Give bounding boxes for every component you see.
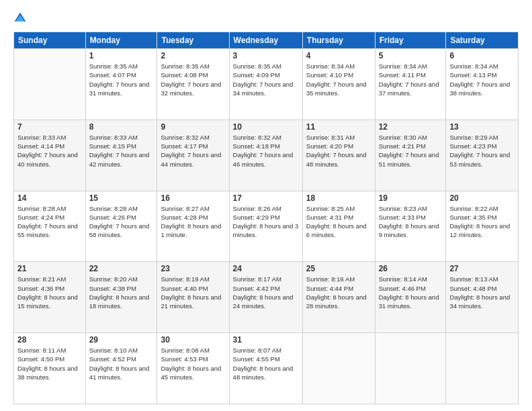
sunrise-text: Sunrise: 8:28 AM xyxy=(89,204,154,213)
day-number: 6 xyxy=(449,51,515,60)
day-info: Sunrise: 8:32 AMSunset: 4:18 PMDaylight:… xyxy=(233,133,299,169)
daylight-text: Daylight: 8 hours and 41 minutes. xyxy=(89,364,154,382)
sunset-text: Sunset: 4:48 PM xyxy=(449,284,515,293)
sunset-text: Sunset: 4:38 PM xyxy=(89,284,154,293)
daylight-text: Daylight: 7 hours and 38 minutes. xyxy=(449,80,515,98)
sunset-text: Sunset: 4:33 PM xyxy=(379,213,443,222)
sunrise-text: Sunrise: 8:16 AM xyxy=(306,275,371,283)
sunrise-text: Sunrise: 8:32 AM xyxy=(233,133,299,142)
calendar-cell: 16Sunrise: 8:27 AMSunset: 4:28 PMDayligh… xyxy=(157,191,229,262)
day-info: Sunrise: 8:33 AMSunset: 4:15 PMDaylight:… xyxy=(89,133,154,169)
day-info: Sunrise: 8:13 AMSunset: 4:48 PMDaylight:… xyxy=(449,275,515,310)
day-number: 5 xyxy=(379,51,443,60)
sunrise-text: Sunrise: 8:27 AM xyxy=(161,204,225,213)
calendar-cell: 4Sunrise: 8:34 AMSunset: 4:10 PMDaylight… xyxy=(302,49,375,120)
day-info: Sunrise: 8:10 AMSunset: 4:52 PMDaylight:… xyxy=(89,346,154,381)
calendar-cell: 21Sunrise: 8:21 AMSunset: 4:36 PMDayligh… xyxy=(14,262,86,333)
day-info: Sunrise: 8:19 AMSunset: 4:40 PMDaylight:… xyxy=(161,275,225,310)
day-number: 14 xyxy=(17,193,82,203)
header xyxy=(13,11,519,25)
daylight-text: Daylight: 7 hours and 58 minutes. xyxy=(89,222,154,240)
calendar-cell: 2Sunrise: 8:35 AMSunset: 4:08 PMDaylight… xyxy=(157,49,229,120)
day-number: 19 xyxy=(379,193,443,203)
weekday-header-sunday: Sunday xyxy=(14,32,86,49)
sunrise-text: Sunrise: 8:33 AM xyxy=(89,133,154,142)
sunset-text: Sunset: 4:23 PM xyxy=(449,142,515,150)
calendar-cell: 28Sunrise: 8:11 AMSunset: 4:50 PMDayligh… xyxy=(14,333,86,404)
weekday-header-thursday: Thursday xyxy=(302,32,375,49)
sunset-text: Sunset: 4:53 PM xyxy=(161,355,225,363)
daylight-text: Daylight: 8 hours and 3 minutes. xyxy=(233,222,299,240)
day-info: Sunrise: 8:14 AMSunset: 4:46 PMDaylight:… xyxy=(379,275,443,310)
day-number: 25 xyxy=(306,264,371,273)
sunrise-text: Sunrise: 8:30 AM xyxy=(379,133,443,142)
sunrise-text: Sunrise: 8:19 AM xyxy=(161,275,225,283)
day-info: Sunrise: 8:22 AMSunset: 4:35 PMDaylight:… xyxy=(449,204,515,240)
logo-icon xyxy=(13,11,27,25)
calendar-cell xyxy=(375,333,446,404)
day-info: Sunrise: 8:35 AMSunset: 4:08 PMDaylight:… xyxy=(161,62,225,97)
day-number: 26 xyxy=(379,264,443,273)
day-number: 7 xyxy=(17,122,82,132)
day-number: 18 xyxy=(306,193,371,203)
calendar-cell: 7Sunrise: 8:33 AMSunset: 4:14 PMDaylight… xyxy=(14,120,86,191)
day-number: 12 xyxy=(379,122,443,132)
calendar-cell: 18Sunrise: 8:25 AMSunset: 4:31 PMDayligh… xyxy=(302,191,375,262)
sunrise-text: Sunrise: 8:35 AM xyxy=(161,62,225,71)
sunrise-text: Sunrise: 8:22 AM xyxy=(449,204,515,213)
daylight-text: Daylight: 8 hours and 15 minutes. xyxy=(17,293,82,311)
day-info: Sunrise: 8:30 AMSunset: 4:21 PMDaylight:… xyxy=(379,133,443,169)
daylight-text: Daylight: 8 hours and 38 minutes. xyxy=(17,364,82,382)
day-number: 20 xyxy=(449,193,515,203)
daylight-text: Daylight: 7 hours and 48 minutes. xyxy=(306,150,371,169)
logo xyxy=(13,11,30,25)
calendar-cell: 17Sunrise: 8:26 AMSunset: 4:29 PMDayligh… xyxy=(229,191,302,262)
sunset-text: Sunset: 4:36 PM xyxy=(17,284,82,293)
sunset-text: Sunset: 4:50 PM xyxy=(17,355,82,363)
weekday-header-saturday: Saturday xyxy=(446,32,519,49)
day-info: Sunrise: 8:34 AMSunset: 4:11 PMDaylight:… xyxy=(379,62,443,97)
day-info: Sunrise: 8:33 AMSunset: 4:14 PMDaylight:… xyxy=(17,133,82,169)
day-number: 21 xyxy=(17,264,82,273)
day-number: 23 xyxy=(161,264,225,273)
day-number: 16 xyxy=(161,193,225,203)
sunrise-text: Sunrise: 8:13 AM xyxy=(449,275,515,283)
sunrise-text: Sunrise: 8:34 AM xyxy=(449,62,515,71)
sunrise-text: Sunrise: 8:35 AM xyxy=(89,62,154,71)
sunset-text: Sunset: 4:40 PM xyxy=(161,284,225,293)
sunset-text: Sunset: 4:20 PM xyxy=(306,142,371,150)
day-info: Sunrise: 8:16 AMSunset: 4:44 PMDaylight:… xyxy=(306,275,371,310)
day-number: 24 xyxy=(233,264,299,273)
day-number: 10 xyxy=(233,122,299,132)
calendar-page: SundayMondayTuesdayWednesdayThursdayFrid… xyxy=(0,0,532,411)
calendar-cell: 23Sunrise: 8:19 AMSunset: 4:40 PMDayligh… xyxy=(157,262,229,333)
day-number: 22 xyxy=(89,264,154,273)
sunset-text: Sunset: 4:14 PM xyxy=(17,142,82,150)
day-info: Sunrise: 8:27 AMSunset: 4:28 PMDaylight:… xyxy=(161,204,225,240)
sunrise-text: Sunrise: 8:21 AM xyxy=(17,275,82,283)
sunrise-text: Sunrise: 8:08 AM xyxy=(161,346,225,355)
daylight-text: Daylight: 7 hours and 34 minutes. xyxy=(233,80,299,98)
day-number: 29 xyxy=(89,335,154,345)
sunset-text: Sunset: 4:15 PM xyxy=(89,142,154,150)
calendar-cell: 15Sunrise: 8:28 AMSunset: 4:26 PMDayligh… xyxy=(85,191,157,262)
calendar-cell: 10Sunrise: 8:32 AMSunset: 4:18 PMDayligh… xyxy=(229,120,302,191)
sunset-text: Sunset: 4:24 PM xyxy=(17,213,82,222)
sunset-text: Sunset: 4:09 PM xyxy=(233,71,299,79)
daylight-text: Daylight: 8 hours and 9 minutes. xyxy=(379,222,443,240)
sunset-text: Sunset: 4:08 PM xyxy=(161,71,225,79)
day-info: Sunrise: 8:28 AMSunset: 4:24 PMDaylight:… xyxy=(17,204,82,240)
day-info: Sunrise: 8:07 AMSunset: 4:55 PMDaylight:… xyxy=(233,346,299,381)
sunrise-text: Sunrise: 8:35 AM xyxy=(233,62,299,71)
calendar-cell: 9Sunrise: 8:32 AMSunset: 4:17 PMDaylight… xyxy=(157,120,229,191)
calendar-cell: 6Sunrise: 8:34 AMSunset: 4:13 PMDaylight… xyxy=(446,49,519,120)
sunrise-text: Sunrise: 8:29 AM xyxy=(449,133,515,142)
daylight-text: Daylight: 8 hours and 21 minutes. xyxy=(161,293,225,311)
day-number: 27 xyxy=(449,264,515,273)
sunset-text: Sunset: 4:26 PM xyxy=(89,213,154,222)
sunset-text: Sunset: 4:10 PM xyxy=(306,71,371,79)
calendar-cell: 25Sunrise: 8:16 AMSunset: 4:44 PMDayligh… xyxy=(302,262,375,333)
weekday-header-tuesday: Tuesday xyxy=(157,32,229,49)
daylight-text: Daylight: 8 hours and 28 minutes. xyxy=(306,293,371,311)
sunrise-text: Sunrise: 8:31 AM xyxy=(306,133,371,142)
